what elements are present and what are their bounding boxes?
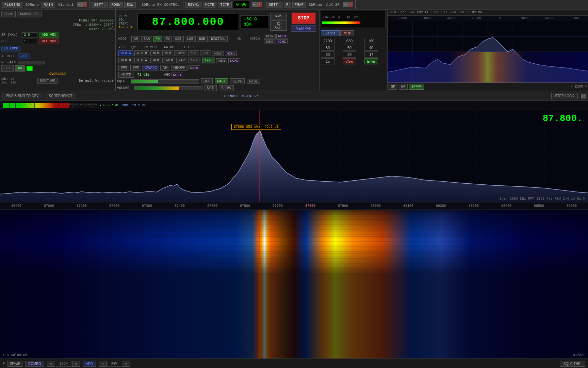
combo-button[interactable]: COMBO	[25, 361, 44, 367]
band-40[interactable]: 40	[364, 45, 378, 51]
mhz-button[interactable]: MHz	[340, 30, 354, 36]
agc-slow-button[interactable]: SLOW	[230, 78, 245, 84]
mode-lsb[interactable]: LSB	[185, 36, 196, 42]
mode-dsb[interactable]: DSB	[173, 36, 184, 42]
btoa-button[interactable]: B > A	[134, 58, 149, 63]
sett2-button[interactable]: SETT.	[266, 2, 282, 7]
spwf-button[interactable]: SP+WF	[409, 84, 424, 90]
rbw-right-button[interactable]: >	[122, 361, 130, 367]
del-vrx-button[interactable]: DEL VRX	[39, 39, 59, 44]
nch2-btn-b[interactable]: NCH2	[228, 58, 240, 63]
nbw-btn-b[interactable]: NBW	[212, 51, 224, 56]
scan-button[interactable]: SCAN	[1, 11, 16, 17]
minimize-btn-3[interactable]: ─	[343, 2, 348, 7]
band-630[interactable]: 630	[343, 38, 356, 44]
cwafc-button[interactable]: CWAFC	[142, 65, 159, 71]
cwpk-button[interactable]: CWPK	[174, 50, 187, 56]
volume-bar[interactable]	[134, 86, 202, 90]
csv-button[interactable]: PWR & SNR TO CSV	[2, 93, 42, 99]
close-btn-1[interactable]: ✕	[82, 2, 87, 7]
nbw-button[interactable]: NBW	[264, 34, 276, 39]
band-15[interactable]: 15	[321, 58, 334, 64]
rx-button[interactable]: RX	[15, 65, 25, 72]
band-20[interactable]: 20	[343, 51, 356, 58]
nfm-button[interactable]: NFM	[150, 50, 161, 56]
rms-button[interactable]: RMS	[270, 13, 287, 19]
mode-am[interactable]: AM	[131, 36, 140, 42]
agc-off-button[interactable]: OFF	[201, 78, 213, 84]
mctr-button[interactable]: MCTR	[203, 2, 216, 7]
zoom-right-button[interactable]: >	[72, 361, 80, 367]
band-30[interactable]: 30	[321, 51, 334, 58]
f80k-button[interactable]: 80K	[200, 50, 211, 56]
band-2200[interactable]: 2200	[321, 38, 334, 44]
minimize-btn-1[interactable]: ─	[77, 2, 82, 7]
wfm-button[interactable]: WFM	[150, 58, 161, 63]
f120k-button[interactable]: 120K	[188, 58, 201, 63]
stop-button[interactable]: STOP	[292, 13, 315, 24]
frequency-display[interactable]: 87.800.000	[137, 14, 239, 30]
vfo-label-button[interactable]: VFO	[83, 361, 96, 367]
agc-fast-button[interactable]: FAST	[215, 78, 228, 84]
add-vrx-button[interactable]: ADD VRX	[39, 32, 59, 38]
close-btn-3[interactable]: ✕	[348, 2, 353, 7]
f192k-button[interactable]: 192K	[202, 58, 215, 63]
bands-button[interactable]: Bands	[321, 30, 340, 36]
nch1-button[interactable]: NCH1	[276, 34, 288, 39]
rsyn-button[interactable]: RSYN1	[185, 2, 201, 7]
screenshot-button[interactable]: SCREENSHOT	[45, 93, 76, 99]
nr-button[interactable]: NR	[160, 65, 170, 71]
sqlc-bar[interactable]	[131, 79, 199, 83]
if-mode-value[interactable]: ZIF	[18, 53, 30, 59]
fmaf-button[interactable]: FMAF	[292, 2, 306, 7]
mode-cw[interactable]: CW	[163, 36, 172, 42]
rbw-left-button[interactable]: <	[99, 361, 107, 367]
main-button[interactable]: MAIN	[42, 2, 55, 7]
save-ws-button[interactable]: SAVE WS	[37, 78, 58, 84]
sqlc-thr-button[interactable]: SQLC THR.	[560, 361, 585, 367]
plugins-button[interactable]: PLUGINS	[2, 2, 22, 7]
minimize-btn-sp[interactable]: ─	[581, 94, 586, 98]
band-160[interactable]: 160	[364, 38, 378, 44]
enter-button[interactable]: Enter	[364, 58, 378, 64]
mode-digital[interactable]: DIGITAL	[209, 36, 228, 42]
minimize-btn-2[interactable]: ─	[252, 2, 257, 7]
band-60[interactable]: 60	[343, 45, 356, 51]
zoom-left-button[interactable]: <	[47, 361, 55, 367]
nbn-button[interactable]: NBN	[264, 39, 275, 44]
dec-value-box[interactable]: 1	[22, 39, 37, 44]
wf-button[interactable]: WF	[399, 84, 408, 90]
vfo-b-button[interactable]: VFO B	[118, 58, 133, 63]
nboff-button[interactable]: NBOFF	[171, 65, 187, 71]
mode-usb[interactable]: USB	[197, 36, 208, 42]
step-lock-button[interactable]: STEP LOCK	[551, 93, 578, 99]
close-btn-2[interactable]: ✕	[257, 2, 262, 7]
rdsw-button[interactable]: RDSW	[109, 2, 122, 7]
clear-button[interactable]: Clear	[343, 58, 356, 64]
sp-button[interactable]: SP	[389, 84, 397, 90]
iq-out-button[interactable]: IQ OUT	[270, 20, 287, 31]
qms-button[interactable]: QMS	[118, 65, 129, 71]
nbn-btn-b[interactable]: NBN	[216, 58, 227, 63]
nch4-button[interactable]: NCH4	[171, 73, 183, 77]
zap-button[interactable]: ZAP	[176, 58, 187, 63]
nchl-button[interactable]: NCHL	[247, 79, 260, 84]
rf-gain-slider[interactable]	[18, 61, 45, 64]
sett-button[interactable]: SETT.	[92, 2, 108, 7]
nch1-btn-b[interactable]: NCH1	[225, 51, 237, 56]
mode-fm[interactable]: FM	[153, 36, 162, 42]
swfm-button[interactable]: SWFM	[162, 58, 175, 63]
tctr-button[interactable]: TCTR	[218, 2, 231, 7]
band-80[interactable]: 80	[321, 45, 334, 51]
sp2-button[interactable]: SP2	[1, 65, 14, 72]
band-17[interactable]: 17	[364, 51, 378, 58]
f-button[interactable]: F	[284, 2, 291, 7]
nch3-button[interactable]: NCH3	[189, 65, 200, 70]
nch2-button[interactable]: NCH2	[276, 39, 288, 44]
qmr-button[interactable]: QMR	[130, 65, 141, 71]
mfm-button[interactable]: MFM	[162, 50, 173, 56]
atob-button[interactable]: A > B	[134, 50, 149, 56]
f60k-button[interactable]: 60K	[188, 50, 199, 56]
exw-button[interactable]: EXW	[124, 2, 136, 7]
sr-value-box[interactable]: 2.0	[22, 32, 37, 37]
